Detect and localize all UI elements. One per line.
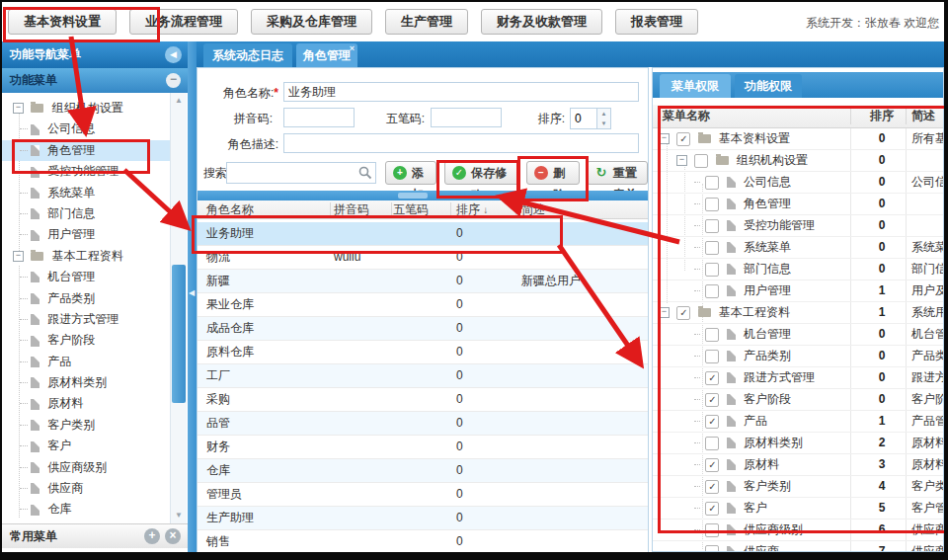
- collapse-icon[interactable]: −: [13, 103, 24, 114]
- permission-tree-row[interactable]: 供应商 7 供应商: [653, 541, 943, 551]
- permission-tree-row[interactable]: 角色管理 0: [653, 194, 943, 215]
- tab-function-permissions[interactable]: 功能权限: [735, 74, 802, 98]
- checkbox[interactable]: [705, 545, 719, 551]
- top-menu-item[interactable]: 财务及收款管理: [481, 9, 602, 35]
- sidebar-tree-item[interactable]: 受控功能管理: [2, 161, 170, 182]
- sidebar-tree-item[interactable]: 原材料类别: [2, 372, 170, 393]
- pinyin-input[interactable]: [283, 108, 355, 127]
- sidebar-collapse-button[interactable]: ◀: [165, 46, 182, 63]
- search-input[interactable]: [226, 162, 376, 184]
- sidebar-tree-item[interactable]: 客户类别: [2, 415, 170, 436]
- sidebar-tree-item[interactable]: 公司信息: [2, 119, 170, 139]
- add-button[interactable]: + 添加: [385, 161, 436, 185]
- splitter-handle[interactable]: [398, 193, 428, 199]
- sidebar-tree-item[interactable]: − 组织机构设置: [2, 98, 170, 119]
- permission-tree-row[interactable]: − ✓ 基本工程资料 1 系统用: [653, 302, 943, 324]
- sidebar-scrollbar[interactable]: ▲ ▼: [170, 93, 187, 523]
- checkbox[interactable]: ✓: [676, 306, 690, 320]
- tab-role-management[interactable]: 角色管理 ×: [296, 43, 357, 67]
- scroll-up-icon[interactable]: ▲: [171, 94, 187, 108]
- panel-splitter[interactable]: ◀: [188, 41, 197, 552]
- sidebar-footer-bar[interactable]: 常用菜单 + ×: [2, 523, 188, 548]
- permission-tree-row[interactable]: ✓ 客户阶段 0 客户阶: [653, 389, 943, 411]
- checkbox[interactable]: ✓: [705, 480, 719, 494]
- role-desc-input[interactable]: [283, 133, 639, 153]
- top-menu-item[interactable]: 报表管理: [615, 9, 698, 35]
- spinner-down-icon[interactable]: ▼: [596, 119, 610, 128]
- sidebar-tree-item[interactable]: 供应商级别: [2, 457, 170, 478]
- checkbox[interactable]: ✓: [705, 393, 719, 407]
- checkbox[interactable]: ✓: [705, 458, 719, 472]
- table-row[interactable]: 品管 0: [198, 412, 648, 436]
- collapse-icon[interactable]: −: [659, 307, 670, 318]
- top-menu-item[interactable]: 基本资料设置: [8, 9, 117, 35]
- column-header-wubi[interactable]: 五笔码: [393, 200, 429, 218]
- table-row[interactable]: 仓库 0: [198, 459, 648, 483]
- column-header-desc[interactable]: 简述: [521, 200, 545, 218]
- column-header-name[interactable]: 角色名称: [206, 200, 254, 218]
- table-row[interactable]: 工厂 0: [198, 364, 648, 388]
- table-row[interactable]: 业务助理 0: [198, 222, 648, 246]
- spinner-up-icon[interactable]: ▲: [596, 109, 610, 119]
- sidebar-tree-item[interactable]: 用户管理: [2, 224, 170, 245]
- sidebar-tree-item[interactable]: 客户: [2, 436, 170, 456]
- scroll-down-icon[interactable]: ▼: [171, 509, 187, 522]
- permission-tree-row[interactable]: 供应商级别 6 供应商: [653, 520, 943, 541]
- role-name-input[interactable]: [283, 82, 639, 102]
- sidebar-tree-item[interactable]: 供应商: [2, 478, 170, 499]
- table-row[interactable]: 采购 0: [198, 388, 648, 412]
- delete-button[interactable]: − 删除: [526, 161, 580, 185]
- sidebar-tree-item[interactable]: 角色管理: [2, 140, 170, 161]
- sidebar-tree-item[interactable]: 客户阶段: [2, 330, 170, 351]
- sidebar-tree-item[interactable]: 原材料: [2, 393, 170, 414]
- checkbox[interactable]: ✓: [705, 502, 719, 516]
- permission-tree-row[interactable]: ✓ 客户类别 4 客户类: [653, 476, 943, 498]
- permission-tree-row[interactable]: 公司信息 0 公司信: [653, 172, 943, 194]
- tab-system-log[interactable]: 系统动态日志: [203, 43, 292, 67]
- sidebar-tree-item[interactable]: 产品: [2, 352, 170, 372]
- checkbox[interactable]: ✓: [705, 415, 719, 429]
- sidebar-tree-item[interactable]: 机台管理: [2, 267, 170, 287]
- top-menu-item[interactable]: 业务流程管理: [129, 9, 238, 35]
- sidebar-section-header[interactable]: 功能菜单 −: [2, 68, 188, 93]
- sidebar-tree-item[interactable]: 部门信息: [2, 203, 170, 224]
- permission-tree-row[interactable]: ✓ 客户 5 客户管: [653, 498, 943, 520]
- table-row[interactable]: 生产助理 0: [198, 507, 648, 530]
- column-header-menu-name[interactable]: 菜单名称: [663, 105, 710, 127]
- top-menu-item[interactable]: 采购及仓库管理: [251, 9, 372, 35]
- tab-close-icon[interactable]: ×: [350, 44, 355, 53]
- permission-tree-row[interactable]: 产品类别 0 产品类: [653, 346, 943, 367]
- permission-tree-row[interactable]: 原材料类别 2 原材料: [653, 433, 943, 454]
- splitter-collapse-icon[interactable]: ◀: [189, 288, 195, 297]
- save-button[interactable]: ✓ 保存修改: [444, 161, 519, 185]
- table-row[interactable]: 原料仓库 0: [198, 341, 648, 364]
- checkbox[interactable]: [705, 523, 719, 537]
- table-row[interactable]: 物流 wuliu 0: [198, 246, 648, 270]
- table-row[interactable]: 果业仓库 0: [198, 293, 648, 317]
- permission-tree-row[interactable]: ✓ 原材料 3 原材料: [653, 454, 943, 476]
- add-circle-icon[interactable]: +: [144, 528, 160, 544]
- collapse-icon[interactable]: −: [659, 133, 670, 144]
- permission-tree-row[interactable]: 部门信息 0 部门信: [653, 259, 943, 280]
- section-collapse-icon[interactable]: −: [166, 73, 181, 88]
- sidebar-tree-item[interactable]: 产品类别: [2, 288, 170, 309]
- checkbox[interactable]: [705, 284, 719, 298]
- checkbox[interactable]: [705, 263, 719, 277]
- column-header-sort[interactable]: 排序 ↓: [456, 200, 488, 219]
- checkbox[interactable]: [694, 154, 708, 168]
- checkbox[interactable]: ✓: [676, 132, 690, 146]
- checkbox[interactable]: [705, 219, 719, 233]
- sidebar-tree-item[interactable]: 仓库: [2, 499, 170, 520]
- reset-button[interactable]: ↻ 重置表单: [587, 161, 648, 185]
- checkbox[interactable]: [705, 198, 719, 211]
- sidebar-tree-item[interactable]: 跟进方式管理: [2, 309, 170, 330]
- permission-tree-row[interactable]: − ✓ 基本资料设置 0 所有基: [653, 128, 943, 150]
- column-header-sort[interactable]: 排序: [864, 105, 900, 127]
- collapse-icon[interactable]: −: [13, 251, 24, 262]
- permission-tree-row[interactable]: 系统菜单 0 系统菜: [653, 237, 943, 259]
- sort-input[interactable]: [571, 109, 598, 128]
- sidebar-tree-item[interactable]: 系统菜单: [2, 183, 170, 203]
- permission-tree-row[interactable]: ✓ 产品 1 产品管: [653, 411, 943, 433]
- checkbox[interactable]: [705, 437, 719, 450]
- close-circle-icon[interactable]: ×: [165, 528, 181, 544]
